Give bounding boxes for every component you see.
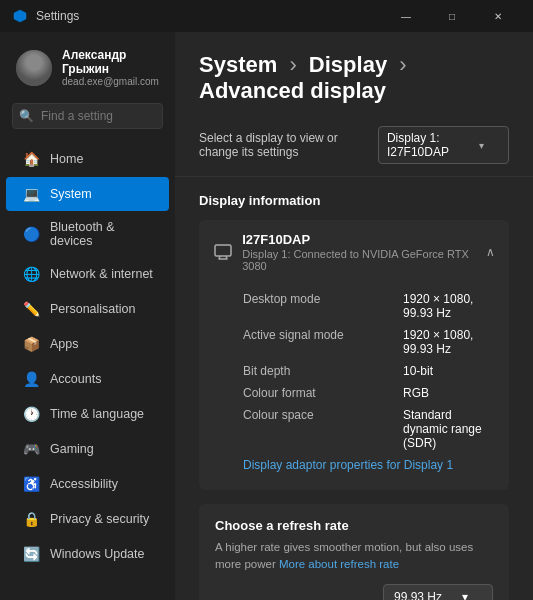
sidebar-item-gaming[interactable]: 🎮 Gaming	[6, 432, 169, 466]
sidebar-item-system[interactable]: 💻 System	[6, 177, 169, 211]
nav-container: 🏠 Home 💻 System 🔵 Bluetooth & devices 🌐 …	[0, 141, 175, 572]
refresh-dropdown-row: 99.93 Hz ▾	[215, 584, 493, 601]
nav-icon-accounts: 👤	[22, 370, 40, 388]
info-row: Bit depth 10-bit	[243, 360, 495, 382]
nav-icon-gaming: 🎮	[22, 440, 40, 458]
content-body: Display information	[175, 177, 533, 600]
nav-label-apps: Apps	[50, 337, 79, 351]
user-email: dead.exe@gmail.com	[62, 76, 159, 87]
info-value: 1920 × 1080, 99.93 Hz	[403, 292, 495, 320]
content-area: System › Display › Advanced display Sele…	[175, 32, 533, 600]
nav-label-network: Network & internet	[50, 267, 153, 281]
nav-icon-apps: 📦	[22, 335, 40, 353]
sidebar-item-network[interactable]: 🌐 Network & internet	[6, 257, 169, 291]
nav-icon-windows_update: 🔄	[22, 545, 40, 563]
minimize-button[interactable]: —	[383, 0, 429, 32]
search-box: 🔍	[12, 103, 163, 129]
display-info-title: Display information	[199, 193, 509, 208]
sidebar-item-accounts[interactable]: 👤 Accounts	[6, 362, 169, 396]
info-row: Active signal mode 1920 × 1080, 99.93 Hz	[243, 324, 495, 360]
display-card-title: I27F10DAP	[242, 232, 486, 247]
nav-label-personalisation: Personalisation	[50, 302, 135, 316]
adapter-properties-link[interactable]: Display adaptor properties for Display 1	[243, 454, 495, 476]
nav-icon-network: 🌐	[22, 265, 40, 283]
app-icon	[12, 8, 28, 24]
info-label: Colour space	[243, 408, 403, 450]
display-dropdown-arrow: ▾	[479, 140, 484, 151]
nav-icon-accessibility: ♿	[22, 475, 40, 493]
display-card-subtitle: Display 1: Connected to NVIDIA GeForce R…	[242, 248, 486, 272]
display-card-header[interactable]: I27F10DAP Display 1: Connected to NVIDIA…	[199, 220, 509, 284]
close-button[interactable]: ✕	[475, 0, 521, 32]
refresh-dropdown[interactable]: 99.93 Hz ▾	[383, 584, 493, 601]
nav-icon-personalisation: ✏️	[22, 300, 40, 318]
avatar	[16, 50, 52, 86]
nav-icon-time: 🕐	[22, 405, 40, 423]
nav-label-time: Time & language	[50, 407, 144, 421]
nav-label-windows_update: Windows Update	[50, 547, 145, 561]
info-value: 1920 × 1080, 99.93 Hz	[403, 328, 495, 356]
search-icon: 🔍	[19, 109, 34, 123]
display-card-info: I27F10DAP Display 1: Connected to NVIDIA…	[242, 232, 486, 272]
display-card-header-left: I27F10DAP Display 1: Connected to NVIDIA…	[213, 232, 486, 272]
info-table: Desktop mode 1920 × 1080, 99.93 Hz Activ…	[199, 284, 509, 490]
breadcrumb-advanced: Advanced display	[199, 78, 386, 103]
search-input[interactable]	[12, 103, 163, 129]
nav-icon-privacy: 🔒	[22, 510, 40, 528]
nav-icon-system: 💻	[22, 185, 40, 203]
nav-label-privacy: Privacy & security	[50, 512, 149, 526]
info-label: Colour format	[243, 386, 403, 400]
maximize-button[interactable]: □	[429, 0, 475, 32]
nav-label-bluetooth: Bluetooth & devices	[50, 220, 153, 248]
breadcrumb-sep-2: ›	[399, 52, 406, 77]
nav-label-home: Home	[50, 152, 83, 166]
refresh-dropdown-arrow: ▾	[462, 590, 468, 601]
window-controls: — □ ✕	[383, 0, 521, 32]
sidebar-item-apps[interactable]: 📦 Apps	[6, 327, 169, 361]
info-label: Bit depth	[243, 364, 403, 378]
titlebar: Settings — □ ✕	[0, 0, 533, 32]
display-dropdown[interactable]: Display 1: I27F10DAP ▾	[378, 126, 509, 164]
display-selector-row: Select a display to view or change its s…	[175, 118, 533, 177]
sidebar-item-home[interactable]: 🏠 Home	[6, 142, 169, 176]
titlebar-title: Settings	[36, 9, 375, 23]
refresh-dropdown-value: 99.93 Hz	[394, 590, 442, 601]
sidebar-item-privacy[interactable]: 🔒 Privacy & security	[6, 502, 169, 536]
refresh-rate-desc: A higher rate gives smoother motion, but…	[215, 539, 493, 574]
sidebar-item-windows_update[interactable]: 🔄 Windows Update	[6, 537, 169, 571]
chevron-up-icon: ∧	[486, 245, 495, 259]
page-header: System › Display › Advanced display	[175, 32, 533, 118]
sidebar-item-time[interactable]: 🕐 Time & language	[6, 397, 169, 431]
nav-label-gaming: Gaming	[50, 442, 94, 456]
refresh-rate-card: Choose a refresh rate A higher rate give…	[199, 504, 509, 600]
info-row: Desktop mode 1920 × 1080, 99.93 Hz	[243, 288, 495, 324]
display-selector-label: Select a display to view or change its s…	[199, 131, 378, 159]
display-card: I27F10DAP Display 1: Connected to NVIDIA…	[199, 220, 509, 490]
user-profile[interactable]: Александр Грыжин dead.exe@gmail.com	[0, 40, 175, 103]
info-value: RGB	[403, 386, 429, 400]
info-label: Desktop mode	[243, 292, 403, 320]
info-row: Colour format RGB	[243, 382, 495, 404]
svg-rect-0	[215, 245, 231, 256]
nav-icon-home: 🏠	[22, 150, 40, 168]
refresh-rate-more-link[interactable]: More about refresh rate	[279, 558, 399, 570]
info-value: Standard dynamic range (SDR)	[403, 408, 495, 450]
sidebar-item-personalisation[interactable]: ✏️ Personalisation	[6, 292, 169, 326]
nav-icon-bluetooth: 🔵	[22, 225, 40, 243]
user-info: Александр Грыжин dead.exe@gmail.com	[62, 48, 159, 87]
sidebar: Александр Грыжин dead.exe@gmail.com 🔍 🏠 …	[0, 32, 175, 600]
info-label: Active signal mode	[243, 328, 403, 356]
nav-label-accessibility: Accessibility	[50, 477, 118, 491]
user-name: Александр Грыжин	[62, 48, 159, 76]
display-dropdown-value: Display 1: I27F10DAP	[387, 131, 471, 159]
breadcrumb-display[interactable]: Display	[309, 52, 387, 77]
nav-label-accounts: Accounts	[50, 372, 101, 386]
breadcrumb-sep-1: ›	[289, 52, 296, 77]
refresh-rate-title: Choose a refresh rate	[215, 518, 493, 533]
sidebar-item-accessibility[interactable]: ♿ Accessibility	[6, 467, 169, 501]
info-row: Colour space Standard dynamic range (SDR…	[243, 404, 495, 454]
breadcrumb-system[interactable]: System	[199, 52, 277, 77]
sidebar-item-bluetooth[interactable]: 🔵 Bluetooth & devices	[6, 212, 169, 256]
breadcrumb: System › Display › Advanced display	[199, 52, 509, 104]
nav-label-system: System	[50, 187, 92, 201]
